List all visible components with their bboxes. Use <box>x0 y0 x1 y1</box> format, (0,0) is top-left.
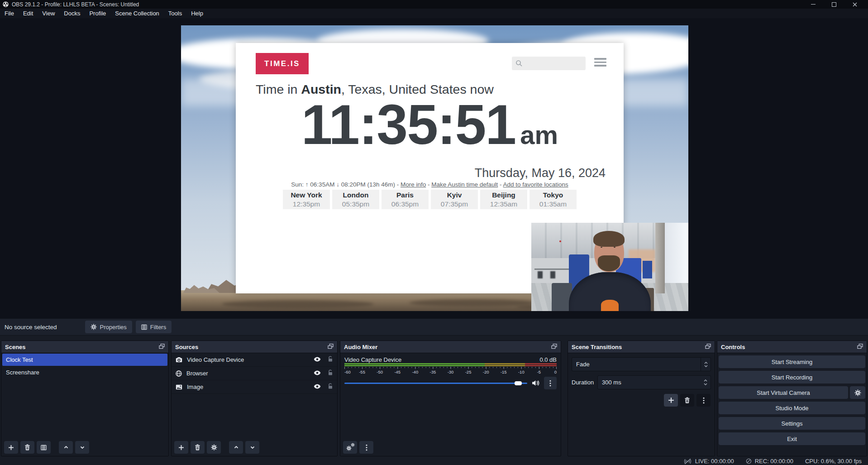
city-card[interactable]: Beijing12:35am <box>480 190 527 209</box>
transition-properties-button[interactable] <box>696 394 711 407</box>
timeis-search-input[interactable] <box>512 57 586 70</box>
unlock-icon[interactable] <box>328 369 333 377</box>
advanced-audio-button[interactable] <box>343 441 357 454</box>
scene-item-clock-test[interactable]: Clock Test <box>2 354 167 366</box>
move-scene-down-button[interactable] <box>75 441 89 454</box>
source-label: Browser <box>186 370 208 377</box>
move-source-up-button[interactable] <box>229 441 243 454</box>
scenes-header: Scenes <box>1 341 168 353</box>
virtual-camera-config-button[interactable] <box>850 386 865 399</box>
close-icon <box>853 2 857 7</box>
clock-ampm: am <box>520 122 558 148</box>
menu-scene-collection[interactable]: Scene Collection <box>110 10 164 17</box>
menu-file[interactable]: File <box>0 10 19 17</box>
filter-stripes-icon <box>141 324 147 330</box>
move-source-down-button[interactable] <box>245 441 259 454</box>
mixer-toolbar <box>340 439 561 456</box>
duration-spinbox[interactable]: 300 ms <box>597 375 711 389</box>
exit-button[interactable]: Exit <box>719 432 865 445</box>
timeis-logo[interactable]: TIME.IS <box>256 53 309 74</box>
popout-icon[interactable] <box>705 344 711 350</box>
scene-filters-button[interactable] <box>37 441 51 454</box>
remove-transition-button[interactable] <box>680 394 694 407</box>
start-virtual-camera-button[interactable]: Start Virtual Camera <box>719 386 848 399</box>
sun-info-line: Sun: ↑ 06:35AM ↓ 08:20PM (13h 46m) - Mor… <box>236 181 624 188</box>
unlock-icon[interactable] <box>328 356 333 364</box>
add-transition-button[interactable] <box>664 394 678 407</box>
scenes-toolbar <box>1 439 168 456</box>
eye-icon[interactable] <box>314 384 321 390</box>
more-info-link[interactable]: More info <box>401 181 426 188</box>
webcam-hoodie-logo <box>601 300 618 311</box>
popout-icon[interactable] <box>159 344 165 350</box>
sources-toolbar <box>172 439 337 456</box>
mixer-menu-button[interactable] <box>359 441 373 454</box>
add-source-button[interactable] <box>174 441 188 454</box>
performance-stats: CPU: 0.6%, 30.00 fps <box>805 458 862 465</box>
audio-mixer-title: Audio Mixer <box>344 344 377 350</box>
city-card[interactable]: New York12:35pm <box>283 190 330 209</box>
webcam-video-source <box>531 223 688 311</box>
start-streaming-button[interactable]: Start Streaming <box>719 355 865 368</box>
city-card[interactable]: Kyiv07:35pm <box>431 190 478 209</box>
controls-title: Controls <box>721 344 745 350</box>
eye-icon[interactable] <box>314 356 321 363</box>
remove-scene-button[interactable] <box>20 441 34 454</box>
menu-profile[interactable]: Profile <box>85 10 110 17</box>
clock-row: 11:35:51 am <box>236 96 624 153</box>
menu-edit[interactable]: Edit <box>19 10 38 17</box>
menu-docks[interactable]: Docks <box>59 10 85 17</box>
maximize-button[interactable] <box>824 0 844 9</box>
live-status: LIVE: 00:00:00 <box>683 458 734 465</box>
separator: - <box>498 181 503 188</box>
popout-icon[interactable] <box>328 344 334 350</box>
start-recording-button[interactable]: Start Recording <box>719 371 865 384</box>
volume-slider-handle[interactable] <box>515 381 522 385</box>
volume-slider[interactable] <box>344 377 527 389</box>
city-time: 07:35pm <box>441 200 468 208</box>
minimize-icon <box>811 4 816 5</box>
menu-tools[interactable]: Tools <box>164 10 186 17</box>
city-card[interactable]: London05:35pm <box>332 190 379 209</box>
source-row-image[interactable]: Image <box>172 380 337 394</box>
city-card[interactable]: Tokyo01:35am <box>529 190 577 209</box>
source-row-browser[interactable]: Browser <box>172 367 337 380</box>
hamburger-menu-icon[interactable] <box>594 58 606 68</box>
city-card[interactable]: Paris06:35pm <box>382 190 429 209</box>
make-default-link[interactable]: Make Austin time default <box>431 181 498 188</box>
popout-icon[interactable] <box>551 344 557 350</box>
popout-icon[interactable] <box>857 344 863 350</box>
source-properties-button[interactable] <box>207 441 221 454</box>
source-row-video-capture[interactable]: Video Capture Device <box>172 353 337 367</box>
eye-icon[interactable] <box>314 370 321 377</box>
move-scene-up-button[interactable] <box>59 441 73 454</box>
unlock-icon[interactable] <box>328 383 333 391</box>
filters-button[interactable]: Filters <box>136 321 172 333</box>
scene-transitions-panel: Scene Transitions Fade Duration 300 ms <box>568 340 715 456</box>
mixer-channel-menu-button[interactable] <box>544 377 557 389</box>
remove-source-button[interactable] <box>191 441 205 454</box>
add-scene-button[interactable] <box>4 441 18 454</box>
settings-button[interactable]: Settings <box>719 417 865 430</box>
speaker-icon[interactable] <box>532 380 539 386</box>
audio-mixer-header: Audio Mixer <box>340 341 561 353</box>
source-toolbar: No source selected Properties Filters <box>0 318 868 336</box>
spin-up-icon[interactable] <box>704 379 707 382</box>
preview-area[interactable]: TIME.IS Time in Austin, Texas, United St… <box>0 18 868 318</box>
close-button[interactable] <box>844 0 865 9</box>
scale-label: -50 <box>377 369 383 374</box>
minimize-button[interactable] <box>803 0 824 9</box>
add-favorites-link[interactable]: Add to favorite locations <box>503 181 568 188</box>
cpu-fps-text: CPU: 0.6%, 30.00 fps <box>805 458 862 465</box>
transition-select[interactable]: Fade <box>572 357 711 371</box>
program-canvas[interactable]: TIME.IS Time in Austin, Texas, United St… <box>181 25 688 311</box>
scene-item-screenshare[interactable]: Screenshare <box>2 366 167 379</box>
mixer-channel: Video Capture Device 0.0 dB -60 -55 -50 … <box>340 353 561 389</box>
studio-mode-button[interactable]: Studio Mode <box>719 402 865 414</box>
menu-help[interactable]: Help <box>186 10 208 17</box>
window-controls <box>803 0 865 9</box>
spin-down-icon[interactable] <box>704 383 707 385</box>
combo-chevrons <box>701 358 711 371</box>
menu-view[interactable]: View <box>38 10 59 17</box>
properties-button[interactable]: Properties <box>85 321 132 333</box>
